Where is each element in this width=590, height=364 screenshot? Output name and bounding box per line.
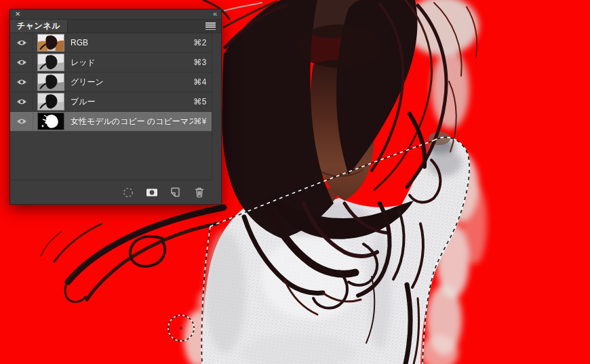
channel-row-rgb[interactable]: RGB ⌘2: [10, 33, 212, 53]
channel-thumbnail: [37, 73, 64, 91]
eye-icon: [16, 98, 27, 105]
eye-icon: [16, 118, 27, 125]
channel-thumbnail: [37, 34, 64, 52]
panel-toolbar: [10, 180, 221, 204]
panel-tabbar: チャンネル: [10, 20, 221, 33]
channel-row-blue[interactable]: ブルー ⌘5: [10, 92, 212, 112]
channel-row-mask[interactable]: 女性モデルのコピー のコピーマスク ⌘¥: [10, 112, 212, 132]
panel-header[interactable]: ✕ «: [10, 9, 221, 20]
channel-row-red[interactable]: レッド ⌘3: [10, 53, 212, 73]
panel-menu-icon[interactable]: [205, 22, 216, 31]
visibility-toggle[interactable]: [10, 33, 33, 52]
eye-icon: [16, 39, 27, 46]
channel-list: RGB ⌘2 レッド ⌘3 グリーン ⌘4: [10, 33, 212, 132]
channel-shortcut: ⌘2: [193, 38, 212, 47]
channel-label: グリーン: [71, 77, 193, 88]
collapse-panel-icon[interactable]: «: [213, 10, 216, 17]
channel-label: ブルー: [71, 96, 193, 108]
eye-icon: [16, 79, 27, 85]
channels-panel: ✕ « チャンネル RGB ⌘2: [9, 9, 222, 205]
visibility-toggle[interactable]: [10, 112, 33, 131]
panel-body: RGB ⌘2 レッド ⌘3 グリーン ⌘4: [10, 33, 221, 204]
tab-channels[interactable]: チャンネル: [10, 20, 68, 33]
channel-label: 女性モデルのコピー のコピーマスク: [71, 116, 193, 127]
visibility-toggle[interactable]: [10, 53, 33, 72]
scrollbar-gutter[interactable]: [212, 33, 221, 180]
load-channel-as-selection-icon[interactable]: [121, 186, 135, 199]
new-channel-icon[interactable]: [169, 186, 182, 199]
visibility-toggle[interactable]: [10, 92, 33, 111]
save-selection-as-channel-icon[interactable]: [145, 186, 159, 199]
channel-shortcut: ⌘3: [193, 58, 212, 67]
panel-empty-area: [10, 132, 221, 180]
channel-shortcut: ⌘¥: [193, 117, 212, 126]
channel-thumbnail: [37, 93, 64, 110]
channel-thumbnail: [37, 113, 64, 130]
channel-label: レッド: [71, 57, 193, 68]
channel-shortcut: ⌘5: [193, 97, 212, 106]
channel-thumbnail: [37, 54, 64, 71]
eye-icon: [16, 59, 27, 66]
channel-shortcut: ⌘4: [193, 77, 212, 87]
delete-channel-icon[interactable]: [193, 186, 206, 199]
tabbar-rest: [68, 20, 221, 33]
close-icon[interactable]: ✕: [15, 11, 20, 18]
channel-row-green[interactable]: グリーン ⌘4: [10, 73, 212, 92]
visibility-toggle[interactable]: [10, 73, 33, 92]
channel-label: RGB: [71, 38, 193, 47]
